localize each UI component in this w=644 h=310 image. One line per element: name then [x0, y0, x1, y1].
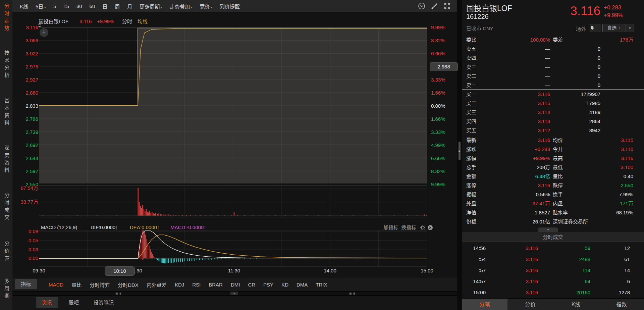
- panel-collapse-handle[interactable]: ▸: [459, 142, 461, 160]
- panel-tab-指数[interactable]: 指数: [599, 298, 644, 310]
- toolbar-item-竞价[interactable]: 竞价▾: [200, 3, 212, 10]
- gear-icon[interactable]: [420, 225, 426, 230]
- stat-value-2: 2.550: [590, 182, 633, 189]
- toolbar-item-日[interactable]: 日: [102, 3, 107, 10]
- indicator-tab-分时博弈[interactable]: 分时博弈: [90, 281, 110, 288]
- indicator-menu-button[interactable]: 指标: [15, 279, 37, 289]
- legend-avg-toggle[interactable]: 均线: [138, 18, 148, 24]
- brush-icon[interactable]: [430, 2, 438, 10]
- toolbar-item-到价提醒[interactable]: 到价提醒: [220, 3, 240, 10]
- indicator-tab-RSI[interactable]: RSI: [192, 282, 201, 288]
- panel-tab-分价[interactable]: 分价: [507, 298, 553, 310]
- toolbar-item-更多周期[interactable]: 更多周期▾: [140, 3, 162, 10]
- panel-tab-分笔[interactable]: 分笔: [462, 298, 507, 310]
- stats-collapse-button[interactable]: ▲: [538, 227, 558, 232]
- indicator-tab-KD[interactable]: KD: [281, 282, 288, 288]
- toolbar-item-label: 到价提醒: [220, 4, 240, 9]
- stat-label: 总手: [466, 164, 490, 171]
- ask-label: 卖三: [466, 64, 486, 70]
- indicator-tab-PSY[interactable]: PSY: [263, 282, 273, 288]
- bid-volume: 2864: [557, 118, 600, 125]
- price-axis-label: 2.833: [8, 103, 38, 109]
- stat-value-2: 7.99%: [590, 191, 633, 198]
- fullscreen-icon[interactable]: [443, 2, 451, 10]
- indicator-tab-量比[interactable]: 量比: [71, 281, 82, 288]
- toolbar-item-月[interactable]: 月: [127, 3, 132, 10]
- ask-label: 卖五: [466, 46, 486, 52]
- indicator-tab-TRIX[interactable]: TRIX: [316, 282, 327, 288]
- price-axis-label: 2.880: [8, 90, 38, 96]
- tick-volume: 20160: [553, 289, 590, 296]
- pct-axis-label: 3.33%: [431, 77, 458, 83]
- time-axis-label: 14:00: [320, 267, 340, 274]
- panel-divider[interactable]: ▸: [457, 0, 462, 310]
- tick-row: 14:563.1165912: [462, 245, 644, 252]
- drag-handle-icon[interactable]: [115, 293, 121, 295]
- toolbar-item-K线[interactable]: K线: [20, 3, 28, 10]
- watchlist-caret-button[interactable]: ▾: [626, 24, 634, 32]
- tick-price: 3.116: [504, 267, 538, 274]
- toolbar-item-5[interactable]: 5: [53, 3, 56, 9]
- stat-value-2: 3.116: [590, 155, 633, 162]
- add-watchlist-button[interactable]: 自选 +: [602, 24, 625, 32]
- legend-type-label[interactable]: 分时: [122, 18, 132, 24]
- clock-circle-icon[interactable]: [418, 2, 426, 10]
- stat-row-份额: 份额26.01亿深圳证券交易所: [462, 218, 644, 225]
- price-axis-label: 2.927: [8, 77, 38, 83]
- pct-axis-label: 8.32%: [431, 168, 458, 174]
- tick-count: 1278: [600, 289, 630, 296]
- toolbar-item-15[interactable]: 15: [63, 3, 69, 9]
- macd-title: MACD (12,26,9): [41, 224, 77, 230]
- toolbar-item-走势叠加[interactable]: 走势叠加▾: [170, 3, 193, 10]
- add-indicator-button[interactable]: 加指标: [383, 224, 398, 230]
- close-indicator-icon[interactable]: [427, 225, 433, 230]
- tick-row: :543.116248861: [462, 256, 644, 263]
- toolbar-item-60[interactable]: 60: [90, 3, 95, 9]
- bottom-tab-资讯[interactable]: 资讯: [36, 297, 58, 308]
- crosshair-time-badge: 10:10: [105, 266, 135, 276]
- toolbar-item-label: K线: [20, 4, 28, 9]
- tick-price: 3.116: [504, 256, 538, 263]
- drag-handle-icon[interactable]: [349, 293, 355, 295]
- price-axis-label: 3.116: [8, 24, 38, 31]
- bottom-tab-股吧[interactable]: 股吧: [63, 297, 85, 308]
- left-sidebar: 分时走势技术分析基本资料深度资料分时成交分价表多周期: [0, 0, 13, 310]
- indicator-tab-DMA[interactable]: DMA: [297, 282, 308, 288]
- indicator-tab-内外盘差[interactable]: 内外盘差: [147, 281, 167, 288]
- alert-bell-button[interactable]: [590, 24, 600, 32]
- bottom-tab-投资笔记[interactable]: 投资笔记: [87, 297, 120, 308]
- indicator-tab-BRAR[interactable]: BRAR: [209, 282, 223, 288]
- toolbar-item-周[interactable]: 周: [115, 3, 120, 10]
- ratio-row: 委比100.00%委差176万: [462, 37, 644, 43]
- indicator-tab-CR[interactable]: CR: [248, 282, 255, 288]
- stat-value-2: 0.40: [590, 173, 633, 180]
- toolbar-item-30[interactable]: 30: [76, 3, 82, 9]
- indicator-tab-MACD[interactable]: MACD: [49, 282, 63, 288]
- switch-indicator-button[interactable]: 换指标: [401, 224, 416, 230]
- stat-row-涨跌: 涨跌+0.283今开3.110: [462, 146, 644, 153]
- stat-value-2: 3.110: [590, 146, 633, 153]
- stat-value: 208万: [499, 164, 550, 171]
- stat-row-涨停: 涨停3.116跌停2.550: [462, 182, 644, 189]
- toolbar-item-5日[interactable]: 5日▾: [36, 3, 46, 10]
- price-axis-label: 3.022: [8, 51, 38, 57]
- ratio-value: 100.00%: [502, 37, 550, 43]
- sidebar-item-5[interactable]: 分时成交: [3, 193, 10, 222]
- indicator-tab-DMI[interactable]: DMI: [231, 282, 240, 288]
- price-axis-label: 2.739: [8, 129, 38, 135]
- indicator-tab-KDJ[interactable]: KDJ: [175, 282, 184, 288]
- stat-label: 净值: [466, 209, 490, 216]
- minute-chart-canvas[interactable]: [39, 27, 427, 267]
- sidebar-item-7[interactable]: 多周期: [3, 278, 10, 301]
- time-axis-label: 09:30: [29, 267, 49, 274]
- panel-tab-K线[interactable]: K线: [553, 298, 599, 310]
- quote-panel: 国投白银LOF 161226 已收市 CNY 3.116 +0.283 +9.9…: [462, 0, 644, 310]
- toolbar-item-label: 日: [102, 4, 107, 9]
- pct-axis-label: 0.00%: [431, 103, 458, 109]
- indicator-tab-分时DDX[interactable]: 分时DDX: [118, 281, 139, 288]
- macd-dif-value: DIF:0.0000↑: [91, 224, 118, 230]
- otc-label: 场外: [576, 25, 586, 32]
- sidebar-item-3[interactable]: 基本资料: [3, 98, 10, 127]
- tick-price: 3.116: [504, 278, 538, 285]
- collapse-up-icon[interactable]: ▴: [230, 292, 238, 295]
